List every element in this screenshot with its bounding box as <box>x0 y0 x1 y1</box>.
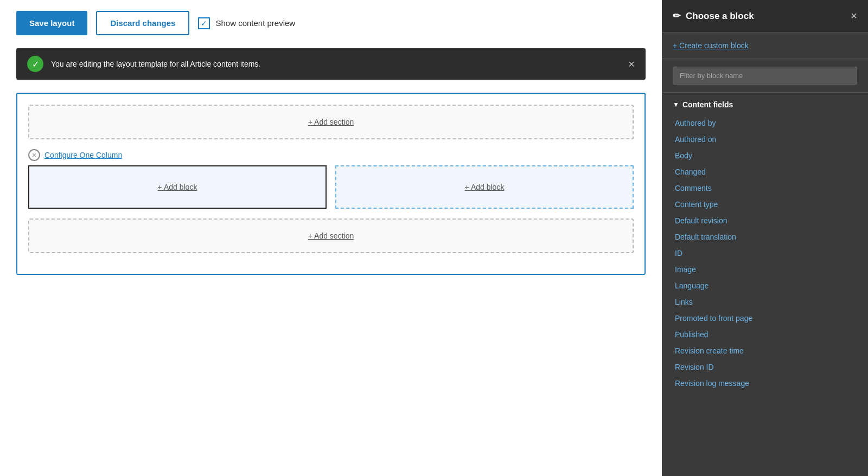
banner-message: You are editing the layout template for … <box>51 60 621 68</box>
column-block-2[interactable]: + Add block <box>335 165 634 209</box>
field-item[interactable]: Default revision <box>673 213 857 228</box>
pencil-icon: ✏ <box>673 10 680 22</box>
filter-input[interactable] <box>673 67 857 85</box>
field-item[interactable]: Changed <box>673 164 857 179</box>
field-item[interactable]: Revision log message <box>673 376 857 391</box>
sidebar-close-button[interactable]: × <box>851 10 857 22</box>
sidebar-header: ✏ Choose a block × <box>662 0 868 33</box>
add-section-top-button[interactable]: + Add section <box>308 118 354 126</box>
field-list: Authored byAuthored onBodyChangedComment… <box>673 115 857 391</box>
add-block-button-1[interactable]: + Add block <box>158 183 197 191</box>
column-block-1[interactable]: + Add block <box>28 165 327 209</box>
field-item[interactable]: Revision ID <box>673 359 857 375</box>
add-section-top: + Add section <box>28 105 634 139</box>
section-header: × Configure One Column <box>28 149 634 161</box>
field-item[interactable]: Image <box>673 262 857 277</box>
create-custom-block-section: + Create custom block <box>662 33 868 59</box>
toolbar: Save layout Discard changes ✓ Show conte… <box>16 11 646 35</box>
field-item[interactable]: Authored by <box>673 115 857 131</box>
save-layout-button[interactable]: Save layout <box>16 11 87 35</box>
sidebar-title-container: ✏ Choose a block <box>673 10 754 22</box>
section-one-column: × Configure One Column + Add block + Add… <box>28 149 634 209</box>
field-item[interactable]: Default translation <box>673 229 857 245</box>
sidebar-title: Choose a block <box>686 11 754 22</box>
field-item[interactable]: Body <box>673 148 857 163</box>
preview-checkbox[interactable]: ✓ <box>198 17 210 29</box>
field-item[interactable]: Language <box>673 278 857 293</box>
content-fields-section: ▼ Content fields Authored byAuthored onB… <box>662 93 868 398</box>
sidebar: ✏ Choose a block × + Create custom block… <box>662 0 868 476</box>
info-banner: ✓ You are editing the layout template fo… <box>16 48 646 80</box>
field-item[interactable]: Comments <box>673 181 857 196</box>
preview-label: Show content preview <box>215 18 295 28</box>
success-icon: ✓ <box>27 56 43 72</box>
field-item[interactable]: Content type <box>673 197 857 212</box>
layout-canvas: + Add section × Configure One Column + A… <box>16 93 646 275</box>
add-section-bottom-button[interactable]: + Add section <box>308 231 354 240</box>
add-block-button-2[interactable]: + Add block <box>465 183 505 191</box>
field-item[interactable]: Links <box>673 294 857 310</box>
filter-section <box>662 59 868 93</box>
columns-container: + Add block + Add block <box>28 165 634 209</box>
add-section-bottom: + Add section <box>28 218 634 253</box>
field-item[interactable]: Authored on <box>673 132 857 147</box>
field-item[interactable]: Published <box>673 327 857 342</box>
create-custom-block-link[interactable]: + Create custom block <box>673 41 857 50</box>
section-remove-button[interactable]: × <box>28 149 40 161</box>
configure-section-link[interactable]: Configure One Column <box>44 151 122 159</box>
content-fields-label: Content fields <box>682 100 733 109</box>
chevron-down-icon: ▼ <box>673 101 679 108</box>
field-item[interactable]: ID <box>673 246 857 261</box>
main-content: Save layout Discard changes ✓ Show conte… <box>0 0 662 476</box>
banner-close-button[interactable]: × <box>628 58 635 70</box>
content-fields-toggle[interactable]: ▼ Content fields <box>673 100 857 109</box>
discard-changes-button[interactable]: Discard changes <box>96 11 189 35</box>
field-item[interactable]: Promoted to front page <box>673 311 857 326</box>
preview-toggle: ✓ Show content preview <box>198 17 295 29</box>
field-item[interactable]: Revision create time <box>673 343 857 358</box>
